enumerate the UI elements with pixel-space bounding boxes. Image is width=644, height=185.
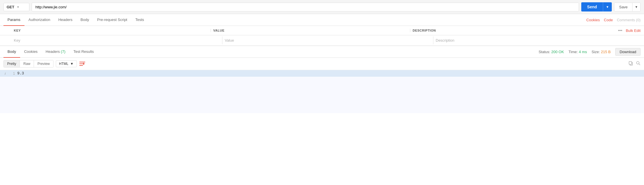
send-dropdown-button[interactable]: ▼ bbox=[603, 2, 612, 11]
svg-rect-4 bbox=[629, 61, 632, 64]
view-pretty-button[interactable]: Pretty bbox=[4, 60, 20, 67]
params-table-header: KEY VALUE DESCRIPTION ••• Bulk Edit bbox=[0, 26, 644, 35]
response-tabs: Body Cookies Headers (7) Test Results St… bbox=[0, 46, 644, 58]
url-bar: GET ▼ Send ▼ Save ▼ bbox=[0, 0, 644, 14]
code-link[interactable]: Code bbox=[604, 18, 613, 22]
tab-tests[interactable]: Tests bbox=[131, 14, 148, 26]
view-toggle-group: Pretty Raw Preview bbox=[3, 60, 54, 68]
tab-prerequest[interactable]: Pre-request Script bbox=[93, 14, 131, 26]
save-btn-group: Save ▼ bbox=[614, 3, 641, 11]
download-button[interactable]: Download bbox=[615, 48, 641, 56]
table-row: Key Value Description bbox=[0, 35, 644, 46]
bulk-edit-button[interactable]: Bulk Edit bbox=[626, 28, 641, 33]
method-selector[interactable]: GET ▼ bbox=[3, 3, 29, 11]
tab-params[interactable]: Params bbox=[3, 14, 24, 26]
resp-tab-headers[interactable]: Headers (7) bbox=[42, 46, 70, 58]
params-table: KEY VALUE DESCRIPTION ••• Bulk Edit Key … bbox=[0, 26, 644, 46]
headers-badge: (7) bbox=[61, 49, 65, 54]
method-label: GET bbox=[7, 5, 14, 9]
header-actions: ••• Bulk Edit bbox=[609, 28, 644, 33]
line-info-icon: i bbox=[2, 72, 8, 75]
request-tabs: Params Authorization Headers Body Pre-re… bbox=[0, 14, 644, 26]
resp-tab-cookies[interactable]: Cookies bbox=[20, 46, 42, 58]
status-value: 200 OK bbox=[551, 50, 564, 54]
comments-link[interactable]: Comments (0) bbox=[617, 18, 641, 22]
time-label: Time: 4 ms bbox=[569, 50, 587, 54]
wrap-icon bbox=[79, 61, 85, 66]
format-chevron-icon: ▼ bbox=[70, 62, 74, 66]
tab-body[interactable]: Body bbox=[77, 14, 93, 26]
send-button[interactable]: Send bbox=[581, 2, 603, 11]
save-dropdown-button[interactable]: ▼ bbox=[632, 3, 640, 11]
svg-line-6 bbox=[639, 64, 640, 65]
format-selector[interactable]: HTML ▼ bbox=[56, 60, 77, 67]
line-number: 1 bbox=[8, 72, 15, 76]
tab-authorization[interactable]: Authorization bbox=[24, 14, 54, 26]
code-line-1: i 1 9.3 bbox=[0, 70, 644, 77]
resp-tab-test-results[interactable]: Test Results bbox=[69, 46, 98, 58]
size-value: 215 B bbox=[601, 50, 611, 54]
response-meta: Status: 200 OK Time: 4 ms Size: 215 B Do… bbox=[539, 48, 641, 56]
response-code-area: i 1 9.3 bbox=[0, 70, 644, 113]
header-description: DESCRIPTION bbox=[410, 29, 609, 32]
tab-headers[interactable]: Headers bbox=[54, 14, 77, 26]
resp-tab-body[interactable]: Body bbox=[3, 46, 20, 58]
save-button[interactable]: Save bbox=[614, 3, 632, 11]
line-code: 9.3 bbox=[17, 71, 24, 76]
more-options-icon[interactable]: ••• bbox=[618, 28, 622, 33]
word-wrap-button[interactable] bbox=[79, 61, 85, 66]
size-label: Size: 215 B bbox=[592, 50, 611, 54]
header-value: VALUE bbox=[211, 29, 410, 32]
header-key: KEY bbox=[12, 29, 211, 32]
response-body-toolbar: Pretty Raw Preview HTML ▼ bbox=[0, 58, 644, 70]
send-btn-group: Send ▼ bbox=[581, 2, 612, 11]
row-key[interactable]: Key bbox=[12, 36, 222, 44]
copy-button[interactable] bbox=[628, 61, 633, 67]
view-preview-button[interactable]: Preview bbox=[34, 60, 53, 67]
method-chevron-icon: ▼ bbox=[17, 5, 20, 9]
search-button[interactable] bbox=[636, 61, 641, 67]
format-label: HTML bbox=[59, 62, 68, 66]
row-value[interactable]: Value bbox=[222, 36, 433, 44]
time-value: 4 ms bbox=[579, 50, 587, 54]
cookies-link[interactable]: Cookies bbox=[586, 18, 600, 22]
req-tab-right-links: Cookies Code Comments (0) bbox=[586, 18, 641, 22]
url-input[interactable] bbox=[32, 3, 579, 11]
view-raw-button[interactable]: Raw bbox=[20, 60, 34, 67]
resp-body-right-actions bbox=[628, 61, 641, 67]
status-label: Status: 200 OK bbox=[539, 50, 564, 54]
row-description[interactable]: Description bbox=[433, 36, 644, 44]
